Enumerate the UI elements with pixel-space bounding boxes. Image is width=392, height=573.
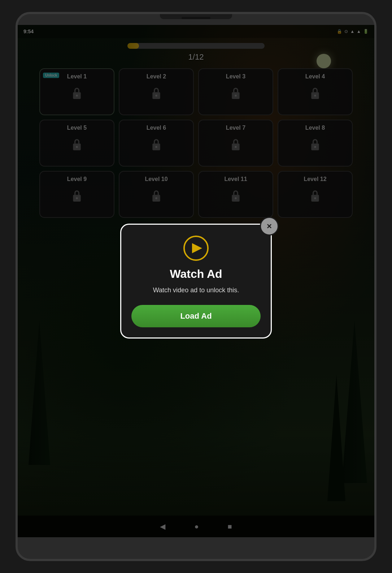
play-icon-circle	[183, 236, 209, 261]
close-icon: ×	[267, 222, 272, 231]
close-button[interactable]: ×	[260, 217, 279, 236]
modal-description: Watch video ad to unlock this.	[153, 286, 239, 295]
modal-title: Watch Ad	[170, 267, 222, 281]
play-triangle-icon	[192, 243, 202, 253]
side-button-left	[16, 122, 17, 141]
speaker	[182, 17, 210, 19]
side-button-right	[375, 159, 376, 169]
modal-overlay: × Watch Ad Watch video ad to unlock this…	[18, 25, 374, 537]
device-frame: 9:54 🔒 ⊙ ▲ ▲ 🔋 1/12 Level 1 Unlock	[16, 12, 376, 561]
load-ad-button[interactable]: Load Ad	[131, 305, 261, 327]
screen: 9:54 🔒 ⊙ ▲ ▲ 🔋 1/12 Level 1 Unlock	[18, 25, 374, 537]
watch-ad-modal: × Watch Ad Watch video ad to unlock this…	[120, 224, 272, 339]
